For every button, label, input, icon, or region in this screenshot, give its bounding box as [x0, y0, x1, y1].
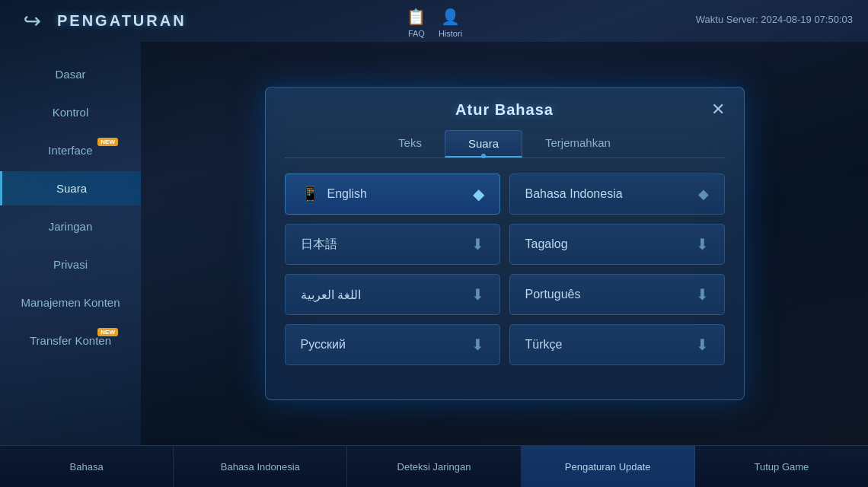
bottom-label-pengaturan-update: Pengaturan Update: [565, 461, 651, 473]
back-button[interactable]: ↩: [15, 6, 49, 37]
language-button-tagalog[interactable]: Tagalog ⬇: [509, 224, 725, 265]
sidebar-item-dasar[interactable]: Dasar: [0, 57, 141, 91]
language-grid: 📱 English ◆ Bahasa Indonesia ◆ 日本語 ⬇ Tag…: [266, 158, 744, 380]
language-modal: Atur Bahasa ✕ Teks Suara Terjemahkan 📱 E…: [265, 87, 745, 400]
history-icon: 👤: [439, 6, 461, 27]
sidebar-item-manajemen-konten[interactable]: Manajemen Konten: [0, 285, 141, 320]
faq-button[interactable]: 📋 FAQ: [406, 6, 427, 38]
modal-header: Atur Bahasa ✕: [266, 88, 744, 119]
language-button-japanese[interactable]: 日本語 ⬇: [285, 224, 500, 265]
language-name-english: English: [327, 187, 367, 201]
download-icon-turkish: ⬇: [696, 336, 709, 354]
bottom-label-tutup-game: Tutup Game: [755, 461, 809, 473]
history-label: Histori: [439, 29, 462, 38]
download-icon-arabic: ⬇: [471, 285, 484, 304]
tab-terjemahkan[interactable]: Terjemahkan: [522, 130, 633, 158]
sidebar-label-kontrol: Kontrol: [53, 106, 89, 119]
bottom-button-tutup-game[interactable]: Tutup Game: [695, 446, 868, 487]
language-button-portuguese[interactable]: Português ⬇: [509, 274, 725, 315]
top-icons: 📋 FAQ 👤 Histori: [406, 6, 462, 38]
download-icon-portuguese: ⬇: [696, 285, 709, 304]
sidebar: Dasar Kontrol NEW Interface Suara Jaring…: [0, 42, 141, 445]
back-icon: ↩: [24, 8, 41, 33]
sidebar-item-kontrol[interactable]: Kontrol: [0, 95, 141, 129]
sidebar-label-dasar: Dasar: [55, 68, 85, 81]
tab-teks-label: Teks: [398, 136, 422, 149]
language-name-tagalog: Tagalog: [525, 237, 568, 251]
language-name-japanese: 日本語: [301, 237, 337, 253]
language-name-portuguese: Português: [525, 288, 581, 301]
language-button-turkish[interactable]: Türkçe ⬇: [509, 324, 725, 365]
faq-icon: 📋: [406, 6, 427, 27]
sidebar-label-interface: Interface: [48, 144, 92, 157]
history-button[interactable]: 👤 Histori: [439, 6, 462, 38]
language-button-arabic[interactable]: اللغة العربية ⬇: [285, 274, 500, 315]
language-button-english[interactable]: 📱 English ◆: [285, 173, 500, 215]
close-icon: ✕: [711, 100, 725, 119]
language-name-turkish: Türkçe: [525, 338, 563, 352]
bottom-label-deteksi-jaringan: Deteksi Jaringan: [397, 461, 471, 473]
interface-new-badge: NEW: [97, 138, 118, 146]
language-name-russian: Русский: [301, 338, 346, 352]
sidebar-item-transfer-konten[interactable]: NEW Transfer Konten: [0, 323, 141, 358]
tab-suara[interactable]: Suara: [445, 130, 522, 158]
sidebar-item-suara[interactable]: Suara: [0, 171, 141, 205]
download-icon-bahasa: ◆: [698, 186, 709, 202]
bottom-bar: Bahasa Bahasa Indonesia Deteksi Jaringan…: [0, 445, 868, 487]
bottom-button-bahasa[interactable]: Bahasa: [0, 446, 174, 487]
bottom-label-bahasa: Bahasa: [70, 461, 104, 473]
sidebar-item-jaringan[interactable]: Jaringan: [0, 209, 141, 244]
modal-title: Atur Bahasa: [455, 101, 554, 119]
language-name-bahasa-indonesia: Bahasa Indonesia: [525, 187, 623, 201]
modal-tabs: Teks Suara Terjemahkan: [285, 130, 725, 158]
sidebar-item-interface[interactable]: NEW Interface: [0, 133, 141, 167]
faq-label: FAQ: [408, 29, 425, 38]
bottom-button-deteksi-jaringan[interactable]: Deteksi Jaringan: [347, 446, 521, 487]
transfer-new-badge: NEW: [97, 328, 118, 336]
tab-teks[interactable]: Teks: [375, 130, 445, 158]
modal-close-button[interactable]: ✕: [707, 99, 729, 120]
sidebar-label-privasi: Privasi: [53, 258, 88, 271]
language-button-russian[interactable]: Русский ⬇: [285, 324, 500, 365]
page-title: PENGATURAN: [57, 12, 187, 30]
sidebar-label-manajemen: Manajemen Konten: [21, 296, 120, 309]
sidebar-item-privasi[interactable]: Privasi: [0, 247, 141, 282]
language-name-arabic: اللغة العربية: [301, 288, 361, 302]
download-icon-tagalog: ⬇: [696, 235, 709, 253]
bottom-button-bahasa-indonesia[interactable]: Bahasa Indonesia: [174, 446, 347, 487]
sidebar-label-jaringan: Jaringan: [49, 220, 93, 233]
bottom-label-bahasa-indonesia: Bahasa Indonesia: [221, 461, 300, 473]
sidebar-label-suara: Suara: [56, 182, 87, 195]
selected-icon-english: ◆: [473, 185, 484, 203]
tab-terjemahkan-label: Terjemahkan: [545, 136, 611, 149]
top-bar: ↩ PENGATURAN 📋 FAQ 👤 Histori Waktu Serve…: [0, 0, 868, 42]
download-icon-japanese: ⬇: [471, 235, 484, 253]
server-time: Waktu Server: 2024-08-19 07:50:03: [696, 14, 853, 25]
download-icon-russian: ⬇: [471, 336, 484, 354]
bottom-button-pengaturan-update[interactable]: Pengaturan Update: [522, 446, 695, 487]
language-button-bahasa-indonesia[interactable]: Bahasa Indonesia ◆: [509, 173, 725, 215]
phone-icon: 📱: [301, 185, 320, 203]
main-content: Atur Bahasa ✕ Teks Suara Terjemahkan 📱 E…: [141, 42, 868, 445]
tab-suara-label: Suara: [468, 137, 499, 150]
